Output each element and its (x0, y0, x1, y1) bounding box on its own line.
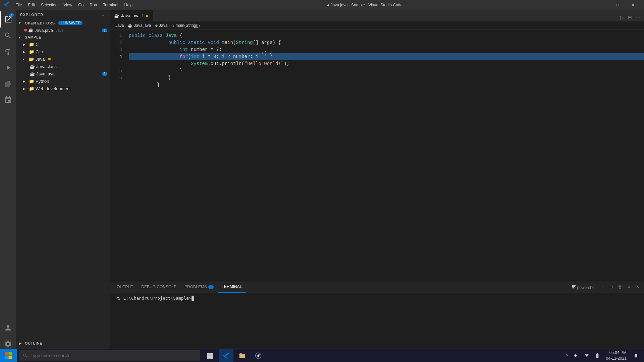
panel-tab-problems[interactable]: PROBLEMS 1 (180, 281, 218, 293)
breadcrumb-class-icon: ◆ (155, 23, 158, 28)
code-content[interactable]: public class Java { public static void m… (126, 29, 644, 281)
breadcrumb-method[interactable]: main(String[]) (175, 23, 200, 28)
svg-rect-3 (210, 353, 213, 356)
activity-remote-icon[interactable] (0, 92, 16, 108)
taskbar-chrome[interactable] (251, 349, 266, 362)
close-button[interactable]: ✕ (625, 0, 641, 10)
run-code-button[interactable]: ▷ (619, 13, 625, 21)
terminal-cursor (192, 296, 194, 301)
kw-int: int (179, 46, 188, 53)
folder-java[interactable]: ▾ 📂 Java (16, 55, 110, 63)
tray-chevron[interactable]: ^ (564, 353, 570, 358)
new-terminal-button[interactable]: + (600, 283, 606, 291)
menu-file[interactable]: File (13, 2, 24, 8)
tray-battery[interactable] (593, 353, 602, 358)
taskbar-vscode[interactable] (219, 349, 233, 362)
activity-extensions-icon[interactable] (0, 76, 16, 92)
folder-webdev[interactable]: ▶ 📁 Web development (16, 85, 110, 92)
folder-cpp-label: C++ (36, 49, 44, 54)
kw-int2: int (191, 53, 199, 60)
file-java-class[interactable]: ☕ Java.class (16, 63, 110, 70)
activity-search-icon[interactable] (0, 27, 16, 44)
panel-close-button[interactable]: ✕ (634, 283, 641, 291)
activity-run-icon[interactable] (0, 60, 16, 76)
menu-bar: File Edit Selection View Go Run Terminal… (13, 2, 135, 8)
menu-terminal[interactable]: Terminal (100, 2, 121, 8)
activity-explorer-icon[interactable]: 1 (0, 11, 16, 27)
search-bar[interactable] (19, 350, 200, 361)
var-number: number (191, 46, 208, 53)
open-editors-section[interactable]: ▾ OPEN EDITORS 1 UNSAVED (16, 19, 110, 26)
breadcrumb-file[interactable]: Java.java (134, 23, 151, 28)
folder-java-chevron-icon: ▾ (23, 57, 28, 61)
split-editor-button[interactable]: ⊟ (627, 13, 633, 21)
var-i2: i (222, 53, 224, 60)
taskbar: ^ 05:04 PM 04-11-2021 (0, 349, 644, 362)
tray-volume[interactable] (571, 353, 581, 358)
taskbar-task-view[interactable] (203, 349, 217, 362)
file-java-java[interactable]: ☕ Java.java 1 (16, 70, 110, 77)
svg-rect-2 (207, 353, 210, 356)
minimize-button[interactable]: ─ (594, 0, 610, 10)
folder-python[interactable]: ▶ 📁 Python (16, 77, 110, 85)
outline-section[interactable]: ▶ OUTLINE (16, 340, 110, 347)
file-java-badge: 1 (102, 72, 107, 76)
tray-network[interactable] (582, 353, 591, 358)
maximize-button[interactable]: □ (610, 0, 625, 10)
sidebar-header: EXPLORER ... (16, 10, 110, 19)
search-icon (23, 353, 28, 358)
folder-python-chevron-icon: ▶ (23, 79, 28, 83)
panel-tab-debug-console[interactable]: DEBUG CONSOLE (137, 281, 180, 293)
start-button[interactable] (0, 349, 17, 362)
menu-edit[interactable]: Edit (25, 2, 38, 8)
breadcrumb-class[interactable]: Java (159, 23, 167, 28)
tab-dirty-icon: ● (146, 13, 148, 18)
menu-run[interactable]: Run (87, 2, 100, 8)
panel-tab-terminal[interactable]: TERMINAL (218, 281, 246, 293)
activity-account-icon[interactable] (0, 320, 16, 336)
folder-cpp[interactable]: ▶ 📁 C++ (16, 48, 110, 55)
sidebar: EXPLORER ... ▾ OPEN EDITORS 1 UNSAVED ☕ … (16, 10, 110, 355)
terminal-delete-button[interactable]: 🗑 (616, 283, 624, 291)
taskbar-file-explorer[interactable] (235, 349, 250, 362)
var-number2: number (233, 53, 250, 60)
code-editor[interactable]: 1 2 3 4 4 5 6 public class Java { public… (110, 29, 644, 281)
panel-tab-output[interactable]: OUTPUT (113, 281, 137, 293)
sample-section[interactable]: ▾ SAMPLE (16, 34, 110, 41)
window-title: ● Java.java - Sample - Visual Studio Cod… (327, 3, 402, 7)
type-string: String (236, 39, 253, 46)
folder-cpp-chevron-icon: ▶ (23, 50, 28, 54)
notification-button[interactable] (631, 353, 641, 358)
terminal-split-button[interactable]: ⊟ (607, 283, 615, 291)
menu-go[interactable]: Go (75, 2, 86, 8)
search-input[interactable] (31, 353, 196, 358)
panel-collapse-button[interactable]: ∧ (626, 283, 633, 291)
folder-c[interactable]: ▶ 📁 C (16, 41, 110, 48)
clock-display[interactable]: 05:04 PM 04-11-2021 (603, 350, 629, 361)
code-line-1: public class Java { (129, 32, 644, 39)
open-editor-java-java[interactable]: ☕ Java.java Java 1 (16, 26, 110, 34)
folder-c-chevron-icon: ▶ (23, 43, 28, 46)
outline-chevron-icon: ▶ (19, 342, 23, 345)
more-actions-button[interactable]: ··· (635, 13, 641, 21)
clock-time: 05:04 PM (606, 350, 627, 356)
menu-view[interactable]: View (61, 2, 75, 8)
code-line-4: for(int i = 0; i < number; i++) { (129, 53, 644, 60)
breadcrumb-sep-1: › (125, 23, 126, 28)
titlebar: File Edit Selection View Go Run Terminal… (0, 0, 644, 10)
code-line-5: } (129, 67, 644, 74)
problems-badge: 1 (208, 285, 214, 289)
breadcrumb-sep-2: › (152, 23, 154, 28)
editor-tab-java[interactable]: ☕ Java.java 1 ● (110, 10, 153, 21)
menu-selection[interactable]: Selection (38, 2, 60, 8)
terminal-content[interactable]: PS E:\Chandru\Project\Sample> (110, 293, 644, 355)
num-7: 7 (216, 46, 219, 53)
open-editor-language: Java (56, 28, 63, 32)
file-icon: ☕ (30, 71, 35, 76)
activity-source-control-icon[interactable] (0, 44, 16, 60)
menu-help[interactable]: Help (122, 2, 136, 8)
code-line-2: public static void main(String[] args) { (129, 39, 644, 46)
breadcrumb-java-folder[interactable]: Java (115, 23, 124, 28)
sample-label: SAMPLE (25, 35, 41, 39)
sidebar-more-icon[interactable]: ... (102, 13, 106, 17)
